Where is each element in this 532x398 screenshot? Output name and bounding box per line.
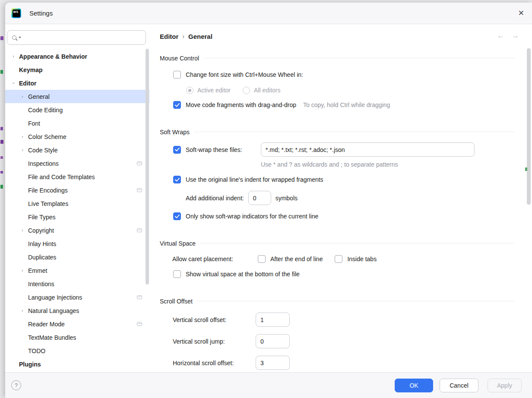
dialog-footer: ? OK Cancel Apply <box>5 372 532 398</box>
check-icon <box>175 178 180 182</box>
scrollbar-marker <box>525 167 527 171</box>
row-caret-placement: Allow caret placement: After the end of … <box>172 254 522 264</box>
chevron-right-icon[interactable]: › <box>10 54 16 59</box>
sidebar-item-label: Code Editing <box>28 107 63 114</box>
search-input[interactable] <box>25 34 146 41</box>
checkbox-label: Use the original line's indent for wrapp… <box>186 176 323 183</box>
dialog-title: Settings <box>29 9 53 17</box>
back-arrow-icon[interactable]: ← <box>497 32 504 40</box>
sidebar-item-plugins[interactable]: › Plugins <box>5 357 149 371</box>
after-end-of-line-checkbox[interactable] <box>258 255 266 263</box>
checkbox-label: Change font size with Ctrl+Mouse Wheel i… <box>186 71 303 78</box>
sidebar-scrollbar[interactable] <box>146 49 149 284</box>
chevron-right-icon[interactable]: › <box>19 268 25 273</box>
sidebar-item-todo[interactable]: › TODO <box>5 344 149 357</box>
per-project-setting-icon <box>137 295 142 299</box>
sidebar-item-inspections[interactable]: › Inspections <box>5 157 149 170</box>
additional-indent-input[interactable] <box>248 191 271 205</box>
settings-sidebar: › Appearance & Behavior › Keymap › Edito… <box>5 25 157 372</box>
sidebar-item-label: Copyright <box>28 227 54 234</box>
radio-label: All editors <box>254 87 280 94</box>
chevron-right-icon[interactable]: › <box>19 94 25 99</box>
vertical-scroll-jump-input[interactable] <box>256 334 290 348</box>
horizontal-scroll-offset-input[interactable] <box>256 356 290 370</box>
sidebar-item-inlay-hints[interactable]: › Inlay Hints <box>5 237 149 250</box>
section-divider <box>194 132 515 132</box>
per-project-setting-icon <box>137 188 142 192</box>
sidebar-item-appearance-behavior[interactable]: › Appearance & Behavior <box>5 50 149 63</box>
forward-arrow-icon[interactable]: → <box>512 32 519 40</box>
vertical-scroll-offset-input[interactable] <box>256 313 290 327</box>
sidebar-item-intentions[interactable]: › Intentions <box>5 277 149 291</box>
sidebar-item-label: File and Code Templates <box>28 174 95 180</box>
virtual-space-bottom-checkbox[interactable] <box>173 270 181 278</box>
chevron-right-icon[interactable]: › <box>19 134 25 139</box>
section-title: Virtual Space <box>160 240 196 247</box>
row-soft-wrap-files: Soft-wrap these files: <box>173 142 522 157</box>
cancel-button[interactable]: Cancel <box>440 379 478 392</box>
soft-wrap-files-checkbox[interactable] <box>173 146 181 154</box>
close-icon[interactable]: ✕ <box>518 9 524 17</box>
settings-search-box[interactable] <box>7 30 146 45</box>
checkbox-comment: To copy, hold Ctrl while dragging <box>303 101 390 108</box>
webstorm-logo-icon: WS <box>11 8 21 18</box>
soft-wrap-files-input[interactable] <box>261 142 475 157</box>
row-original-indent: Use the original line's indent for wrapp… <box>173 175 522 184</box>
background-code-fragment <box>0 185 3 189</box>
sidebar-item-label: Reader Mode <box>28 321 65 328</box>
help-icon[interactable]: ? <box>11 380 21 390</box>
background-code-fragment <box>0 70 3 74</box>
softwrap-indicators-checkbox[interactable] <box>173 212 181 220</box>
row-move-code-fragments: Move code fragments with drag-and-drop T… <box>173 100 522 110</box>
checkbox-label: After the end of line <box>270 256 323 262</box>
sidebar-item-color-scheme[interactable]: › Color Scheme <box>5 130 149 143</box>
sidebar-item-editor[interactable]: › Editor <box>5 76 149 90</box>
move-code-fragments-checkbox[interactable] <box>173 101 181 109</box>
active-editor-radio <box>186 87 193 94</box>
row-font-size-scope: Active editor All editors <box>186 85 522 95</box>
sidebar-item-live-templates[interactable]: › Live Templates <box>5 197 149 210</box>
sidebar-item-emmet[interactable]: › Emmet <box>5 264 149 277</box>
checkbox-label: Inside tabs <box>347 256 377 262</box>
apply-button[interactable]: Apply <box>488 379 522 392</box>
sidebar-item-label: Live Templates <box>28 200 68 207</box>
sidebar-item-file-code-templates[interactable]: › File and Code Templates <box>5 170 149 183</box>
sidebar-item-keymap[interactable]: › Keymap <box>5 63 149 76</box>
sidebar-item-file-encodings[interactable]: › File Encodings <box>5 183 149 197</box>
content-scrollbar[interactable] <box>527 48 531 205</box>
background-code-fragment <box>0 156 3 159</box>
sidebar-item-language-injections[interactable]: › Language Injections <box>5 291 149 304</box>
sidebar-item-general[interactable]: › General <box>5 90 149 103</box>
dialog-titlebar: WS Settings ✕ <box>5 3 532 24</box>
section-title: Mouse Control <box>160 55 199 62</box>
sidebar-item-duplicates[interactable]: › Duplicates <box>5 250 149 264</box>
chevron-right-icon[interactable]: › <box>19 228 25 233</box>
original-indent-checkbox[interactable] <box>173 176 181 183</box>
sidebar-item-file-types[interactable]: › File Types <box>5 210 149 224</box>
sidebar-item-textmate-bundles[interactable]: › TextMate Bundles <box>5 331 149 344</box>
sidebar-item-natural-languages[interactable]: › Natural Languages <box>5 304 149 317</box>
vertical-scroll-jump-label: Vertical scroll jump: <box>173 338 256 345</box>
sidebar-item-code-style[interactable]: › Code Style <box>5 143 149 157</box>
sidebar-item-label: Code Style <box>28 147 57 154</box>
section-virtual-space: Virtual Space <box>160 239 515 247</box>
chevron-right-icon[interactable]: › <box>19 148 25 152</box>
row-horizontal-scroll-offset: Horizontal scroll offset: <box>173 356 522 370</box>
ok-button[interactable]: OK <box>395 379 433 392</box>
chevron-right-icon[interactable]: › <box>19 308 25 313</box>
search-history-caret-icon[interactable] <box>19 37 21 38</box>
breadcrumb-editor[interactable]: Editor <box>160 33 178 40</box>
sidebar-item-font[interactable]: › Font <box>5 117 149 130</box>
sidebar-item-code-editing[interactable]: › Code Editing <box>5 103 149 117</box>
background-code-fragment <box>0 36 3 40</box>
chevron-down-icon[interactable]: › <box>11 80 16 86</box>
change-font-size-checkbox[interactable] <box>173 71 181 79</box>
additional-indent-label: Add additional indent: <box>186 195 244 202</box>
checkbox-label: Move code fragments with drag-and-drop <box>186 101 296 108</box>
section-divider <box>203 58 515 58</box>
inside-tabs-checkbox[interactable] <box>335 255 342 263</box>
section-soft-wraps: Soft Wraps <box>160 128 515 136</box>
sidebar-item-copyright[interactable]: › Copyright <box>5 224 149 237</box>
background-code-fragment <box>0 127 3 130</box>
sidebar-item-reader-mode[interactable]: › Reader Mode <box>5 317 149 331</box>
